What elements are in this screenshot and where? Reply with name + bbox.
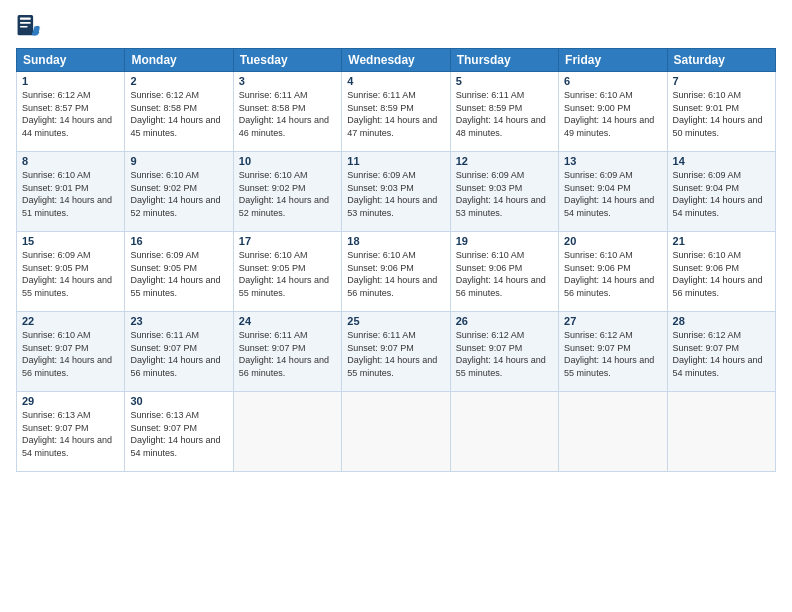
day-info: Sunrise: 6:10 AMSunset: 9:07 PMDaylight:… — [22, 329, 119, 379]
day-info: Sunrise: 6:12 AMSunset: 8:58 PMDaylight:… — [130, 89, 227, 139]
week-row-1: 1Sunrise: 6:12 AMSunset: 8:57 PMDaylight… — [17, 72, 776, 152]
day-cell: 29Sunrise: 6:13 AMSunset: 9:07 PMDayligh… — [17, 392, 125, 472]
day-number: 23 — [130, 315, 227, 327]
day-number: 17 — [239, 235, 336, 247]
calendar-body: 1Sunrise: 6:12 AMSunset: 8:57 PMDaylight… — [17, 72, 776, 472]
day-number: 6 — [564, 75, 661, 87]
day-number: 20 — [564, 235, 661, 247]
weekday-friday: Friday — [559, 49, 667, 72]
day-number: 26 — [456, 315, 553, 327]
day-info: Sunrise: 6:10 AMSunset: 9:05 PMDaylight:… — [239, 249, 336, 299]
day-cell: 5Sunrise: 6:11 AMSunset: 8:59 PMDaylight… — [450, 72, 558, 152]
day-cell: 3Sunrise: 6:11 AMSunset: 8:58 PMDaylight… — [233, 72, 341, 152]
day-number: 7 — [673, 75, 770, 87]
day-cell: 19Sunrise: 6:10 AMSunset: 9:06 PMDayligh… — [450, 232, 558, 312]
calendar: SundayMondayTuesdayWednesdayThursdayFrid… — [16, 48, 776, 472]
day-cell — [233, 392, 341, 472]
day-number: 5 — [456, 75, 553, 87]
day-cell: 11Sunrise: 6:09 AMSunset: 9:03 PMDayligh… — [342, 152, 450, 232]
day-cell: 28Sunrise: 6:12 AMSunset: 9:07 PMDayligh… — [667, 312, 775, 392]
day-info: Sunrise: 6:13 AMSunset: 9:07 PMDaylight:… — [22, 409, 119, 459]
day-cell: 10Sunrise: 6:10 AMSunset: 9:02 PMDayligh… — [233, 152, 341, 232]
day-info: Sunrise: 6:12 AMSunset: 9:07 PMDaylight:… — [673, 329, 770, 379]
weekday-header-row: SundayMondayTuesdayWednesdayThursdayFrid… — [17, 49, 776, 72]
day-number: 11 — [347, 155, 444, 167]
week-row-3: 15Sunrise: 6:09 AMSunset: 9:05 PMDayligh… — [17, 232, 776, 312]
weekday-wednesday: Wednesday — [342, 49, 450, 72]
day-cell: 21Sunrise: 6:10 AMSunset: 9:06 PMDayligh… — [667, 232, 775, 312]
day-info: Sunrise: 6:11 AMSunset: 9:07 PMDaylight:… — [347, 329, 444, 379]
day-number: 25 — [347, 315, 444, 327]
day-info: Sunrise: 6:09 AMSunset: 9:04 PMDaylight:… — [673, 169, 770, 219]
day-cell: 2Sunrise: 6:12 AMSunset: 8:58 PMDaylight… — [125, 72, 233, 152]
svg-rect-2 — [20, 22, 31, 24]
day-cell — [342, 392, 450, 472]
day-info: Sunrise: 6:12 AMSunset: 9:07 PMDaylight:… — [564, 329, 661, 379]
day-number: 12 — [456, 155, 553, 167]
day-number: 4 — [347, 75, 444, 87]
day-info: Sunrise: 6:09 AMSunset: 9:03 PMDaylight:… — [456, 169, 553, 219]
day-info: Sunrise: 6:09 AMSunset: 9:04 PMDaylight:… — [564, 169, 661, 219]
day-info: Sunrise: 6:10 AMSunset: 9:06 PMDaylight:… — [347, 249, 444, 299]
day-number: 9 — [130, 155, 227, 167]
page: SundayMondayTuesdayWednesdayThursdayFrid… — [0, 0, 792, 612]
day-cell: 30Sunrise: 6:13 AMSunset: 9:07 PMDayligh… — [125, 392, 233, 472]
day-number: 18 — [347, 235, 444, 247]
weekday-thursday: Thursday — [450, 49, 558, 72]
day-info: Sunrise: 6:11 AMSunset: 9:07 PMDaylight:… — [130, 329, 227, 379]
day-cell: 7Sunrise: 6:10 AMSunset: 9:01 PMDaylight… — [667, 72, 775, 152]
day-info: Sunrise: 6:10 AMSunset: 9:06 PMDaylight:… — [673, 249, 770, 299]
day-number: 22 — [22, 315, 119, 327]
day-cell: 16Sunrise: 6:09 AMSunset: 9:05 PMDayligh… — [125, 232, 233, 312]
day-info: Sunrise: 6:11 AMSunset: 8:59 PMDaylight:… — [456, 89, 553, 139]
logo — [16, 12, 48, 40]
day-cell — [450, 392, 558, 472]
weekday-tuesday: Tuesday — [233, 49, 341, 72]
day-cell: 1Sunrise: 6:12 AMSunset: 8:57 PMDaylight… — [17, 72, 125, 152]
day-cell: 12Sunrise: 6:09 AMSunset: 9:03 PMDayligh… — [450, 152, 558, 232]
day-number: 21 — [673, 235, 770, 247]
day-number: 15 — [22, 235, 119, 247]
day-cell — [559, 392, 667, 472]
day-number: 14 — [673, 155, 770, 167]
weekday-saturday: Saturday — [667, 49, 775, 72]
day-number: 13 — [564, 155, 661, 167]
day-cell: 13Sunrise: 6:09 AMSunset: 9:04 PMDayligh… — [559, 152, 667, 232]
day-info: Sunrise: 6:13 AMSunset: 9:07 PMDaylight:… — [130, 409, 227, 459]
day-number: 27 — [564, 315, 661, 327]
day-number: 2 — [130, 75, 227, 87]
header — [16, 12, 776, 40]
week-row-4: 22Sunrise: 6:10 AMSunset: 9:07 PMDayligh… — [17, 312, 776, 392]
day-cell: 9Sunrise: 6:10 AMSunset: 9:02 PMDaylight… — [125, 152, 233, 232]
day-info: Sunrise: 6:12 AMSunset: 8:57 PMDaylight:… — [22, 89, 119, 139]
day-number: 16 — [130, 235, 227, 247]
week-row-2: 8Sunrise: 6:10 AMSunset: 9:01 PMDaylight… — [17, 152, 776, 232]
day-cell — [667, 392, 775, 472]
day-cell: 25Sunrise: 6:11 AMSunset: 9:07 PMDayligh… — [342, 312, 450, 392]
day-cell: 15Sunrise: 6:09 AMSunset: 9:05 PMDayligh… — [17, 232, 125, 312]
weekday-sunday: Sunday — [17, 49, 125, 72]
day-cell: 17Sunrise: 6:10 AMSunset: 9:05 PMDayligh… — [233, 232, 341, 312]
day-info: Sunrise: 6:09 AMSunset: 9:05 PMDaylight:… — [130, 249, 227, 299]
svg-rect-3 — [20, 26, 28, 28]
day-cell: 14Sunrise: 6:09 AMSunset: 9:04 PMDayligh… — [667, 152, 775, 232]
day-info: Sunrise: 6:10 AMSunset: 9:01 PMDaylight:… — [22, 169, 119, 219]
day-number: 1 — [22, 75, 119, 87]
day-cell: 22Sunrise: 6:10 AMSunset: 9:07 PMDayligh… — [17, 312, 125, 392]
day-info: Sunrise: 6:09 AMSunset: 9:03 PMDaylight:… — [347, 169, 444, 219]
day-info: Sunrise: 6:12 AMSunset: 9:07 PMDaylight:… — [456, 329, 553, 379]
day-info: Sunrise: 6:10 AMSunset: 9:00 PMDaylight:… — [564, 89, 661, 139]
day-cell: 26Sunrise: 6:12 AMSunset: 9:07 PMDayligh… — [450, 312, 558, 392]
day-info: Sunrise: 6:10 AMSunset: 9:06 PMDaylight:… — [456, 249, 553, 299]
day-cell: 20Sunrise: 6:10 AMSunset: 9:06 PMDayligh… — [559, 232, 667, 312]
day-info: Sunrise: 6:11 AMSunset: 9:07 PMDaylight:… — [239, 329, 336, 379]
day-info: Sunrise: 6:10 AMSunset: 9:06 PMDaylight:… — [564, 249, 661, 299]
weekday-monday: Monday — [125, 49, 233, 72]
day-number: 30 — [130, 395, 227, 407]
day-info: Sunrise: 6:10 AMSunset: 9:02 PMDaylight:… — [130, 169, 227, 219]
day-info: Sunrise: 6:10 AMSunset: 9:01 PMDaylight:… — [673, 89, 770, 139]
day-cell: 23Sunrise: 6:11 AMSunset: 9:07 PMDayligh… — [125, 312, 233, 392]
day-number: 28 — [673, 315, 770, 327]
day-cell: 18Sunrise: 6:10 AMSunset: 9:06 PMDayligh… — [342, 232, 450, 312]
day-info: Sunrise: 6:11 AMSunset: 8:58 PMDaylight:… — [239, 89, 336, 139]
